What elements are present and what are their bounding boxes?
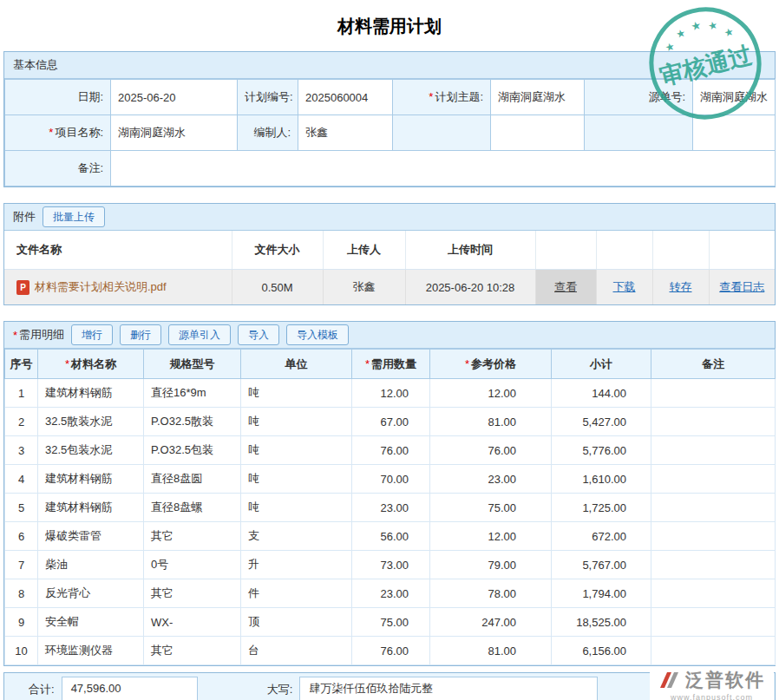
detail-cell-name[interactable]: 环境监测仪器 xyxy=(38,637,144,665)
detail-cell-name[interactable]: 柴油 xyxy=(38,551,144,579)
material-name-header: *材料名称 xyxy=(38,350,144,379)
detail-cell-spec[interactable]: 其它 xyxy=(144,637,241,665)
detail-cell-price[interactable]: 76.00 xyxy=(430,436,552,465)
detail-table-body: 1建筑材料钢筋直径16*9m吨12.0012.00144.00232.5散装水泥… xyxy=(5,379,776,665)
detail-cell-qty[interactable]: 23.00 xyxy=(352,494,430,522)
basic-info-table: 日期: 2025-06-20 计划编号: 2025060004 *计划主题: 湖… xyxy=(4,79,776,186)
detail-cell-name[interactable]: 建筑材料钢筋 xyxy=(38,379,144,408)
detail-cell-spec[interactable]: 0号 xyxy=(144,551,241,579)
detail-cell-price[interactable]: 81.00 xyxy=(430,408,552,436)
detail-cell-spec[interactable]: 直径16*9m xyxy=(144,379,241,408)
detail-cell-remark[interactable] xyxy=(651,379,776,408)
detail-cell-remark[interactable] xyxy=(651,494,776,522)
view-link[interactable]: 查看 xyxy=(554,280,577,293)
action-header xyxy=(652,231,709,270)
upload-time-header: 上传时间 xyxy=(405,231,535,270)
detail-cell-unit[interactable]: 吨 xyxy=(241,465,352,494)
detail-cell-price[interactable]: 78.00 xyxy=(430,579,552,608)
detail-cell-qty[interactable]: 12.00 xyxy=(352,379,430,408)
detail-cell-name[interactable]: 反光背心 xyxy=(38,579,144,608)
transfer-link[interactable]: 转存 xyxy=(670,280,692,293)
detail-cell-remark[interactable] xyxy=(651,579,776,608)
detail-cell-qty[interactable]: 56.00 xyxy=(352,522,430,551)
detail-cell-price[interactable]: 79.00 xyxy=(430,551,552,579)
detail-cell-name[interactable]: 建筑材料钢筋 xyxy=(38,465,144,494)
detail-cell-seq: 1 xyxy=(5,379,38,408)
required-mark: * xyxy=(49,126,53,139)
detail-cell-price[interactable]: 12.00 xyxy=(430,522,552,551)
source-value: 湖南洞庭湖水 xyxy=(693,80,776,115)
detail-cell-name[interactable]: 爆破类雷管 xyxy=(38,522,144,551)
detail-cell-unit[interactable]: 升 xyxy=(241,551,352,579)
detail-cell-qty[interactable]: 70.00 xyxy=(352,465,430,494)
delete-row-button[interactable]: 删行 xyxy=(120,324,161,345)
detail-cell-subtotal: 1,725.00 xyxy=(552,494,651,522)
detail-cell-name[interactable]: 建筑材料钢筋 xyxy=(38,494,144,522)
detail-cell-remark[interactable] xyxy=(651,608,776,637)
detail-cell-remark[interactable] xyxy=(651,465,776,494)
pdf-icon: P xyxy=(16,280,29,295)
detail-cell-unit[interactable]: 吨 xyxy=(241,379,352,408)
detail-cell-qty[interactable]: 23.00 xyxy=(352,579,430,608)
detail-cell-remark[interactable] xyxy=(651,436,776,465)
detail-row: 6爆破类雷管其它支56.0012.00672.00 xyxy=(5,522,776,551)
detail-cell-unit[interactable]: 吨 xyxy=(241,408,352,436)
detail-cell-unit[interactable]: 吨 xyxy=(241,494,352,522)
import-template-button[interactable]: 导入模板 xyxy=(286,324,349,345)
add-row-button[interactable]: 增行 xyxy=(71,324,113,345)
detail-header-row: 序号 *材料名称 规格型号 单位 *需用数量 *参考价格 小计 备注 xyxy=(5,350,776,379)
detail-cell-spec[interactable]: P.O32.5散装 xyxy=(144,408,241,436)
detail-cell-spec[interactable]: 其它 xyxy=(144,522,241,551)
unit-header: 单位 xyxy=(241,350,352,379)
detail-cell-remark[interactable] xyxy=(651,408,776,436)
view-log-link[interactable]: 查看日志 xyxy=(719,280,764,293)
detail-cell-unit[interactable]: 件 xyxy=(241,579,352,608)
detail-cell-spec[interactable]: P.O32.5包装 xyxy=(144,436,241,465)
detail-cell-seq: 7 xyxy=(5,551,38,579)
file-name-link[interactable]: 材料需要计划相关说明.pdf xyxy=(35,280,167,293)
detail-cell-name[interactable]: 32.5包装水泥 xyxy=(38,436,144,465)
uploader-cell: 张鑫 xyxy=(323,270,405,305)
detail-cell-name[interactable]: 32.5散装水泥 xyxy=(38,408,144,436)
detail-cell-subtotal: 672.00 xyxy=(552,522,651,551)
detail-cell-qty[interactable]: 76.00 xyxy=(352,637,430,665)
detail-cell-price[interactable]: 247.00 xyxy=(430,608,552,637)
date-label: 日期: xyxy=(5,80,111,115)
detail-cell-spec[interactable]: 直径8盘螺 xyxy=(144,494,241,522)
detail-cell-spec[interactable]: WX- xyxy=(144,608,241,637)
detail-cell-price[interactable]: 81.00 xyxy=(430,637,552,665)
detail-cell-price[interactable]: 23.00 xyxy=(430,465,552,494)
subject-label: *计划主题: xyxy=(393,80,491,115)
detail-cell-price[interactable]: 75.00 xyxy=(430,494,552,522)
detail-cell-unit[interactable]: 吨 xyxy=(241,436,352,465)
file-name-header: 文件名称 xyxy=(4,231,232,270)
empty-value-cell xyxy=(693,115,776,151)
compiler-value: 张鑫 xyxy=(298,115,393,151)
file-name-cell: P材料需要计划相关说明.pdf xyxy=(4,270,232,305)
detail-cell-remark[interactable] xyxy=(651,637,776,665)
subtotal-header: 小计 xyxy=(552,350,651,379)
plan-no-label: 计划编号: xyxy=(238,80,298,115)
import-button[interactable]: 导入 xyxy=(238,324,279,345)
detail-cell-unit[interactable]: 顶 xyxy=(241,608,352,637)
detail-cell-spec[interactable]: 其它 xyxy=(144,579,241,608)
detail-cell-qty[interactable]: 73.00 xyxy=(352,551,430,579)
detail-cell-unit[interactable]: 台 xyxy=(241,637,352,665)
batch-upload-button[interactable]: 批量上传 xyxy=(43,206,105,227)
source-import-button[interactable]: 源单引入 xyxy=(168,324,231,345)
download-link[interactable]: 下载 xyxy=(613,280,636,293)
detail-cell-remark[interactable] xyxy=(651,522,776,551)
detail-cell-qty[interactable]: 76.00 xyxy=(352,436,430,465)
project-label: *项目名称: xyxy=(5,115,111,151)
detail-cell-remark[interactable] xyxy=(651,551,776,579)
detail-cell-qty[interactable]: 75.00 xyxy=(352,608,430,637)
detail-cell-subtotal: 144.00 xyxy=(552,379,651,408)
detail-cell-unit[interactable]: 支 xyxy=(241,522,352,551)
detail-cell-name[interactable]: 安全帽 xyxy=(38,608,144,637)
detail-cell-qty[interactable]: 67.00 xyxy=(352,408,430,436)
detail-cell-price[interactable]: 12.00 xyxy=(430,379,552,408)
detail-cell-seq: 6 xyxy=(5,522,38,551)
view-log-action-cell: 查看日志 xyxy=(709,270,775,305)
detail-cell-spec[interactable]: 直径8盘圆 xyxy=(144,465,241,494)
detail-bar: *需用明细 增行 删行 源单引入 导入 导入模板 xyxy=(4,322,775,349)
